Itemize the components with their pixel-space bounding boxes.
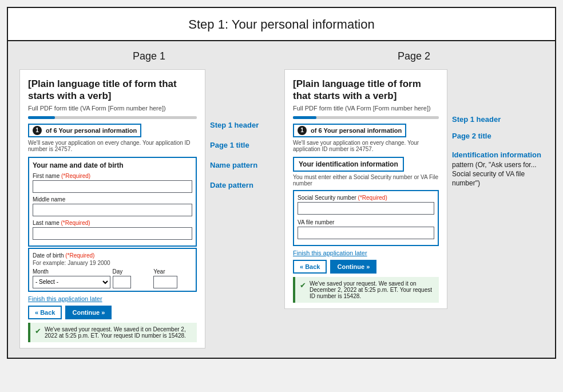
page2-save-confirm: ✔ We've saved your request. We saved it … — [293, 277, 439, 303]
page2-anno-ident: Identification information pattern (Or, … — [452, 151, 544, 188]
page1-step-badge: 1 of 6 Your personal information — [28, 124, 141, 137]
page1-anno-name-pattern: Name pattern — [210, 161, 279, 169]
page2-checkmark-icon: ✔ — [300, 281, 306, 290]
page1-label: Page 1 — [19, 50, 279, 62]
page1-last-name-input[interactable] — [33, 227, 192, 240]
page1-day-wrap: Day — [113, 268, 152, 288]
page2-form-card: [Plain language title of form that start… — [284, 69, 447, 309]
page1-annotations: Step 1 header Page 1 title Name pattern … — [210, 69, 279, 189]
page2-ssn-label: Social Security number (*Required) — [298, 195, 434, 201]
page1-card-wrap: [Plain language title of form that start… — [19, 69, 279, 349]
page1-day-input[interactable] — [113, 276, 131, 288]
page1-year-wrap: Year — [153, 268, 192, 288]
page1-dob-example: For example: January 19 2000 — [33, 260, 192, 266]
page2-annotations: Step 1 header Page 2 title Identificatio… — [452, 69, 544, 188]
page2-step-badge: 1 of 6 Your personal information — [293, 124, 406, 137]
page2-va-file-label: VA file number — [298, 219, 434, 225]
page2-form-subtitle: Full PDF form title (VA Form [Form numbe… — [293, 105, 439, 112]
page2-continue-button[interactable]: Continue » — [330, 260, 376, 274]
page2-ident-anno-desc: pattern (Or, "Ask users for... Social se… — [452, 160, 544, 188]
page1-btn-row: « Back Continue » — [28, 306, 197, 319]
page2-ssn-input[interactable] — [298, 202, 434, 215]
outer-wrapper: Step 1: Your personal information Page 1… — [7, 7, 556, 359]
page2-step-header-anno: Step 1 header — [452, 115, 501, 124]
page1-date-pattern-anno: Date pattern — [210, 181, 253, 189]
page1-form-card: [Plain language title of form that start… — [19, 69, 205, 349]
page2-id-section-note: You must enter either a Social Security … — [293, 174, 439, 187]
page2-id-section-title: Your identification information — [293, 157, 404, 172]
page1-save-confirm: ✔ We've saved your request. We saved it … — [28, 323, 197, 342]
page2-save-notice: We'll save your application on every cha… — [293, 140, 439, 152]
page1-month-select[interactable]: - Select - — [33, 276, 110, 288]
page1-area: Page 1 [Plain language title of form tha… — [19, 50, 279, 349]
page1-year-label: Year — [153, 268, 192, 275]
page1-progress-bar — [28, 116, 197, 119]
page2-id-section-wrap: Your identification information — [293, 157, 439, 173]
page1-month-label: Month — [33, 268, 110, 275]
page1-anno-step-header: Step 1 header — [210, 121, 279, 129]
page1-name-section: Your name and date of birth First name (… — [28, 157, 197, 247]
page2-ssn-group: Social Security number (*Required) — [298, 195, 434, 215]
page1-last-name-group: Last name (*Required) — [33, 220, 192, 240]
page2-ssn-section: Social Security number (*Required) VA fi… — [293, 190, 439, 246]
page1-finish-link[interactable]: Finish this application later — [28, 295, 197, 302]
page2-progress-inner — [293, 116, 316, 119]
page2-va-file-input[interactable] — [298, 227, 434, 239]
page1-back-button[interactable]: « Back — [28, 306, 62, 319]
page2-finish-link[interactable]: Finish this application later — [293, 250, 439, 256]
page1-checkmark-icon: ✔ — [35, 327, 41, 335]
page1-day-label: Day — [113, 268, 152, 275]
page1-middle-name-input[interactable] — [33, 204, 192, 216]
page2-back-button[interactable]: « Back — [293, 260, 327, 274]
page1-middle-name-label: Middle name — [33, 196, 192, 203]
page1-first-name-label: First name (*Required) — [33, 173, 192, 179]
page1-first-name-group: First name (*Required) — [33, 173, 192, 193]
page1-form-title: [Plain language title of form that start… — [28, 78, 197, 102]
pages-row: Page 1 [Plain language title of form tha… — [8, 41, 555, 358]
page1-name-section-title: Your name and date of birth — [33, 161, 192, 169]
page1-step-badge-row: 1 of 6 Your personal information — [28, 124, 197, 137]
page2-progress-bar — [293, 116, 439, 119]
page2-card-wrap: [Plain language title of form that start… — [284, 69, 544, 309]
page2-save-confirm-text: We've saved your request. We saved it on… — [310, 280, 434, 299]
page1-name-pattern-anno: Name pattern — [210, 161, 257, 169]
step-title: Step 1: Your personal information — [188, 17, 374, 31]
page1-continue-button[interactable]: Continue » — [65, 306, 112, 319]
page1-date-row: Month - Select - Day — [33, 268, 192, 288]
page1-middle-name-group: Middle name — [33, 196, 192, 216]
page1-first-name-input[interactable] — [33, 180, 192, 193]
page1-progress-inner — [28, 116, 55, 119]
page2-form-title: [Plain language title of form that start… — [293, 78, 439, 102]
page2-ident-anno-title: Identification information — [452, 151, 544, 160]
page1-save-notice: We'll save your application on every cha… — [28, 140, 197, 152]
page1-page-title-anno: Page 1 title — [210, 141, 249, 149]
page2-ident-information-label: Identification information — [452, 151, 541, 159]
step-header: Step 1: Your personal information — [8, 8, 555, 41]
page2-anno-page-title: Page 2 title — [452, 132, 544, 140]
page1-anno-date-pattern: Date pattern — [210, 181, 279, 189]
page1-month-wrap: Month - Select - — [33, 268, 110, 288]
page2-anno-step-header: Step 1 header — [452, 115, 544, 124]
page1-save-confirm-text: We've saved your request. We saved it on… — [45, 326, 192, 339]
page1-year-input[interactable] — [153, 276, 177, 288]
layout-columns: Page 1 [Plain language title of form tha… — [19, 50, 544, 349]
page1-step-header-anno: Step 1 header — [210, 121, 259, 129]
page2-page-title-anno: Page 2 title — [452, 132, 491, 140]
page2-btn-row: « Back Continue » — [293, 260, 439, 274]
page2-va-file-group: VA file number — [298, 219, 434, 239]
page2-label: Page 2 — [284, 50, 544, 62]
page1-dob-section: Date of birth (*Required) For example: J… — [28, 248, 197, 292]
page1-form-subtitle: Full PDF form title (VA Form [Form numbe… — [28, 105, 197, 112]
page1-anno-page-title: Page 1 title — [210, 141, 279, 149]
page2-area: Page 2 [Plain language title of form tha… — [284, 50, 544, 349]
page2-step-badge-row: 1 of 6 Your personal information — [293, 124, 439, 137]
page1-dob-label: Date of birth (*Required) — [33, 252, 192, 259]
page1-last-name-label: Last name (*Required) — [33, 220, 192, 226]
